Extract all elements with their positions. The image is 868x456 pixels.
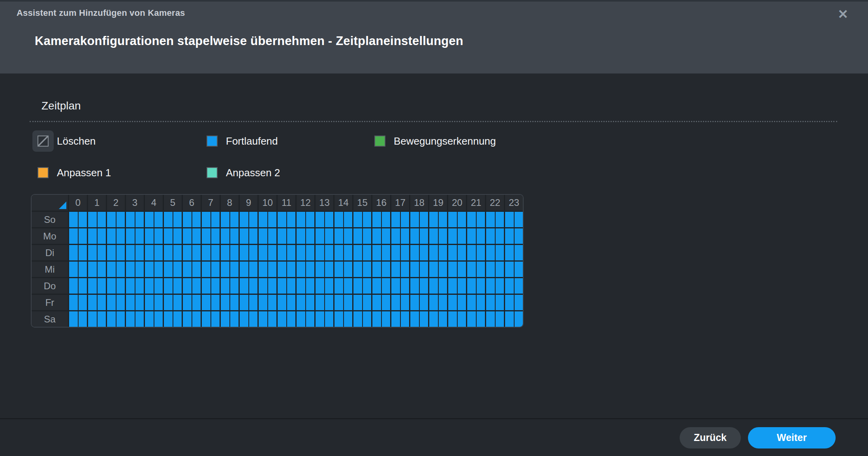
schedule-halfcell[interactable] [192,212,201,227]
schedule-halfcell[interactable] [229,278,239,294]
schedule-cell-Fr-14[interactable] [333,294,352,310]
schedule-halfcell[interactable] [78,245,87,260]
schedule-halfcell[interactable] [457,212,466,227]
schedule-halfcell[interactable] [476,278,485,294]
schedule-halfcell[interactable] [334,228,343,244]
day-header-So[interactable]: So [32,211,68,227]
schedule-halfcell[interactable] [353,228,362,244]
schedule-halfcell[interactable] [192,228,201,244]
schedule-halfcell[interactable] [88,228,97,244]
schedule-halfcell[interactable] [429,212,438,227]
schedule-cell-Sa-8[interactable] [220,310,239,327]
schedule-halfcell[interactable] [334,212,343,227]
schedule-halfcell[interactable] [362,278,372,294]
schedule-cell-Mo-8[interactable] [220,227,239,244]
schedule-cell-Di-18[interactable] [409,244,428,260]
schedule-halfcell[interactable] [372,212,381,227]
schedule-cell-Fr-18[interactable] [409,294,428,310]
schedule-halfcell[interactable] [410,311,419,327]
schedule-halfcell[interactable] [334,262,343,277]
schedule-halfcell[interactable] [116,245,125,260]
schedule-cell-Sa-11[interactable] [276,310,295,327]
schedule-halfcell[interactable] [343,228,353,244]
schedule-halfcell[interactable] [145,295,154,310]
schedule-halfcell[interactable] [457,278,466,294]
schedule-halfcell[interactable] [78,262,87,277]
schedule-cell-Mi-23[interactable] [504,260,523,277]
schedule-cell-Do-5[interactable] [163,277,182,294]
schedule-cell-So-19[interactable] [428,211,447,227]
schedule-cell-Mo-9[interactable] [239,227,257,244]
hour-header-9[interactable]: 9 [239,195,257,211]
schedule-halfcell[interactable] [372,262,381,277]
schedule-halfcell[interactable] [210,228,220,244]
schedule-halfcell[interactable] [438,262,447,277]
schedule-cell-Do-6[interactable] [182,277,201,294]
schedule-halfcell[interactable] [419,228,428,244]
schedule-halfcell[interactable] [353,262,362,277]
schedule-halfcell[interactable] [334,295,343,310]
hour-header-18[interactable]: 18 [409,195,428,211]
day-header-Sa[interactable]: Sa [32,310,68,327]
schedule-halfcell[interactable] [154,262,163,277]
schedule-halfcell[interactable] [448,212,457,227]
hour-header-7[interactable]: 7 [201,195,220,211]
schedule-halfcell[interactable] [259,228,267,244]
schedule-halfcell[interactable] [210,311,220,327]
schedule-cell-Do-12[interactable] [295,277,314,294]
schedule-cell-Sa-7[interactable] [201,310,220,327]
schedule-halfcell[interactable] [505,311,514,327]
schedule-halfcell[interactable] [297,295,305,310]
schedule-halfcell[interactable] [410,295,419,310]
schedule-cell-Fr-1[interactable] [87,294,106,310]
schedule-cell-Sa-18[interactable] [409,310,428,327]
schedule-halfcell[interactable] [116,295,125,310]
schedule-halfcell[interactable] [305,295,315,310]
schedule-cell-Mo-21[interactable] [466,227,485,244]
schedule-halfcell[interactable] [457,262,466,277]
schedule-halfcell[interactable] [69,295,78,310]
schedule-halfcell[interactable] [107,295,116,310]
schedule-cell-Sa-23[interactable] [504,310,523,327]
schedule-halfcell[interactable] [97,295,106,310]
schedule-cell-Fr-23[interactable] [504,294,523,310]
schedule-halfcell[interactable] [486,311,495,327]
schedule-halfcell[interactable] [240,262,248,277]
hour-header-22[interactable]: 22 [485,195,504,211]
schedule-cell-Do-14[interactable] [333,277,352,294]
schedule-cell-So-16[interactable] [371,211,390,227]
schedule-cell-Mi-3[interactable] [125,260,144,277]
schedule-halfcell[interactable] [173,262,182,277]
schedule-cell-Sa-17[interactable] [390,310,409,327]
schedule-cell-Do-3[interactable] [125,277,144,294]
schedule-halfcell[interactable] [419,262,428,277]
schedule-halfcell[interactable] [305,278,315,294]
schedule-cell-Mi-17[interactable] [390,260,409,277]
schedule-halfcell[interactable] [221,295,229,310]
schedule-halfcell[interactable] [316,245,324,260]
schedule-cell-Mo-1[interactable] [87,227,106,244]
hour-header-5[interactable]: 5 [163,195,182,211]
schedule-cell-Mi-8[interactable] [220,260,239,277]
schedule-halfcell[interactable] [343,212,353,227]
schedule-halfcell[interactable] [107,262,116,277]
schedule-halfcell[interactable] [164,245,173,260]
schedule-halfcell[interactable] [78,295,87,310]
schedule-cell-Mi-0[interactable] [68,260,87,277]
schedule-halfcell[interactable] [419,278,428,294]
schedule-halfcell[interactable] [438,228,447,244]
day-header-Mi[interactable]: Mi [32,260,68,277]
schedule-halfcell[interactable] [248,278,258,294]
schedule-halfcell[interactable] [372,228,381,244]
schedule-halfcell[interactable] [183,228,192,244]
hour-header-14[interactable]: 14 [333,195,352,211]
schedule-halfcell[interactable] [240,295,248,310]
schedule-halfcell[interactable] [381,262,391,277]
schedule-cell-Di-15[interactable] [352,244,371,260]
schedule-halfcell[interactable] [248,245,258,260]
schedule-cell-Mi-19[interactable] [428,260,447,277]
schedule-halfcell[interactable] [505,245,514,260]
schedule-cell-Di-13[interactable] [314,244,333,260]
schedule-halfcell[interactable] [467,278,476,294]
schedule-cell-Mo-10[interactable] [257,227,276,244]
